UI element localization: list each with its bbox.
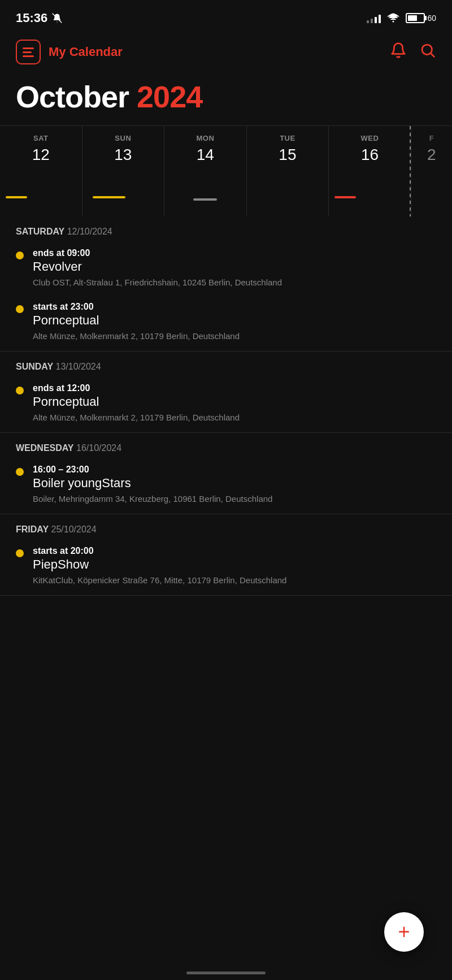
status-icons: 60 — [367, 13, 436, 23]
day-name-mon: MON — [196, 134, 214, 142]
day-number-sat: 12 — [32, 146, 50, 164]
notification-button[interactable] — [390, 42, 407, 63]
header-left: My Calendar — [16, 40, 123, 64]
day-name-tue: TUE — [280, 134, 295, 142]
bar-1 — [367, 20, 369, 23]
day-header-friday: FRIDAY 25/10/2024 — [0, 514, 452, 541]
day-bold-friday: FRIDAY — [16, 524, 49, 534]
event-location-pornceptual-sat: Alte Münze, Molkenmarkt 2, 10179 Berlin,… — [33, 330, 436, 342]
day-col-partial[interactable]: F 2 — [411, 126, 452, 216]
event-piepshow[interactable]: starts at 20:00 PiepShow KitKatClub, Köp… — [0, 541, 452, 595]
day-date-friday: 25/10/2024 — [51, 524, 97, 534]
app-header: My Calendar — [0, 34, 452, 73]
home-indicator — [186, 972, 266, 974]
battery-container: 60 — [406, 13, 436, 23]
day-header-sunday: SUNDAY 13/10/2024 — [0, 352, 452, 379]
event-time-pornceptual-sun: ends at 12:00 — [33, 383, 436, 393]
day-name-wed: WED — [361, 134, 379, 142]
menu-line-2 — [23, 51, 32, 53]
event-content-pornceptual-sat: starts at 23:00 Pornceptual Alte Münze, … — [33, 302, 436, 342]
event-name-boiler: Boiler youngStars — [33, 476, 436, 491]
bell-icon — [390, 42, 407, 59]
day-col-wed[interactable]: WED 16 — [329, 126, 411, 216]
day-section-friday: FRIDAY 25/10/2024 starts at 20:00 PiepSh… — [0, 514, 452, 596]
event-location-revolver: Club OST, Alt-Stralau 1, Friedrichshain,… — [33, 276, 436, 288]
month-name: October — [16, 80, 129, 114]
day-section-saturday: SATURDAY 12/10/2024 ends at 09:00 Revolv… — [0, 216, 452, 352]
day-col-sun[interactable]: SUN 13 — [82, 126, 165, 216]
month-title: October 2024 — [0, 73, 452, 125]
event-time-piepshow: starts at 20:00 — [33, 546, 436, 556]
events-section: SATURDAY 12/10/2024 ends at 09:00 Revolv… — [0, 216, 452, 596]
bar-2 — [371, 19, 373, 23]
day-date-wednesday: 16/10/2024 — [76, 443, 121, 453]
indicator-sat — [6, 196, 27, 198]
day-number-mon: 14 — [197, 146, 214, 164]
day-date-sunday: 13/10/2024 — [56, 362, 101, 371]
day-section-wednesday: WEDNESDAY 16/10/2024 16:00 – 23:00 Boile… — [0, 433, 452, 514]
event-name-pornceptual-sat: Pornceptual — [33, 313, 436, 328]
event-name-pornceptual-sun: Pornceptual — [33, 394, 436, 409]
day-name-sat: SAT — [33, 134, 49, 142]
month-year: 2024 — [137, 80, 202, 114]
day-name-partial: F — [429, 134, 434, 142]
day-bold-wednesday: WEDNESDAY — [16, 443, 74, 453]
day-col-mon[interactable]: MON 14 — [164, 126, 247, 216]
search-button[interactable] — [419, 42, 436, 63]
signal-bars — [367, 13, 381, 23]
bar-4 — [379, 15, 381, 23]
day-header-text-friday: FRIDAY 25/10/2024 — [16, 524, 97, 534]
event-location-piepshow: KitKatClub, Köpenicker Straße 76, Mitte,… — [33, 574, 436, 586]
time-display: 15:36 — [16, 11, 47, 25]
day-header-saturday: SATURDAY 12/10/2024 — [0, 216, 452, 244]
day-bold-sunday: SUNDAY — [16, 362, 53, 371]
event-content-boiler: 16:00 – 23:00 Boiler youngStars Boiler, … — [33, 465, 436, 505]
event-revolver[interactable]: ends at 09:00 Revolver Club OST, Alt-Str… — [0, 244, 452, 297]
header-right — [390, 42, 436, 63]
event-pornceptual-sat[interactable]: starts at 23:00 Pornceptual Alte Münze, … — [0, 297, 452, 351]
day-section-sunday: SUNDAY 13/10/2024 ends at 12:00 Porncept… — [0, 352, 452, 433]
day-header-wednesday: WEDNESDAY 16/10/2024 — [0, 433, 452, 460]
mute-icon — [52, 13, 62, 23]
event-location-pornceptual-sun: Alte Münze, Molkenmarkt 2, 10179 Berlin,… — [33, 411, 436, 423]
day-bold-saturday: SATURDAY — [16, 227, 64, 236]
svg-line-3 — [431, 53, 434, 56]
week-strip: SAT 12 SUN 13 MON 14 TUE 15 WED 16 F 2 — [0, 125, 452, 216]
event-dot-piepshow — [16, 549, 24, 557]
svg-point-1 — [393, 21, 394, 23]
indicator-wed — [334, 196, 356, 198]
day-date-saturday: 12/10/2024 — [67, 227, 112, 236]
search-icon — [419, 42, 436, 59]
battery-fill — [408, 15, 417, 21]
add-event-button[interactable]: + — [384, 912, 424, 952]
status-bar: 15:36 60 — [0, 0, 452, 34]
day-header-text-sunday: SUNDAY 13/10/2024 — [16, 362, 101, 371]
add-icon: + — [398, 922, 410, 942]
bar-3 — [375, 17, 377, 23]
event-time-pornceptual-sat: starts at 23:00 — [33, 302, 436, 312]
event-time-boiler: 16:00 – 23:00 — [33, 465, 436, 475]
day-name-sun: SUN — [115, 134, 131, 142]
day-number-partial: 2 — [427, 146, 436, 164]
event-pornceptual-sun[interactable]: ends at 12:00 Pornceptual Alte Münze, Mo… — [0, 379, 452, 432]
event-dot-pornceptual-sun — [16, 387, 24, 394]
today-line — [410, 126, 411, 216]
day-number-sun: 13 — [114, 146, 132, 164]
day-col-sat[interactable]: SAT 12 — [0, 126, 82, 216]
app-title: My Calendar — [49, 45, 123, 59]
day-number-wed: 16 — [361, 146, 379, 164]
month-title-text: October 2024 — [16, 79, 436, 114]
day-col-tue[interactable]: TUE 15 — [247, 126, 329, 216]
event-content-pornceptual-sun: ends at 12:00 Pornceptual Alte Münze, Mo… — [33, 383, 436, 423]
day-header-text-wednesday: WEDNESDAY 16/10/2024 — [16, 443, 121, 453]
day-number-tue: 15 — [279, 146, 296, 164]
indicator-sun — [93, 196, 125, 198]
status-time: 15:36 — [16, 11, 62, 25]
app-icon[interactable] — [16, 40, 41, 64]
event-boiler[interactable]: 16:00 – 23:00 Boiler youngStars Boiler, … — [0, 460, 452, 514]
event-name-piepshow: PiepShow — [33, 557, 436, 572]
event-dot-pornceptual-sat — [16, 305, 24, 313]
menu-line-1 — [23, 47, 34, 49]
wifi-icon — [386, 13, 400, 23]
indicator-mon — [193, 198, 217, 201]
